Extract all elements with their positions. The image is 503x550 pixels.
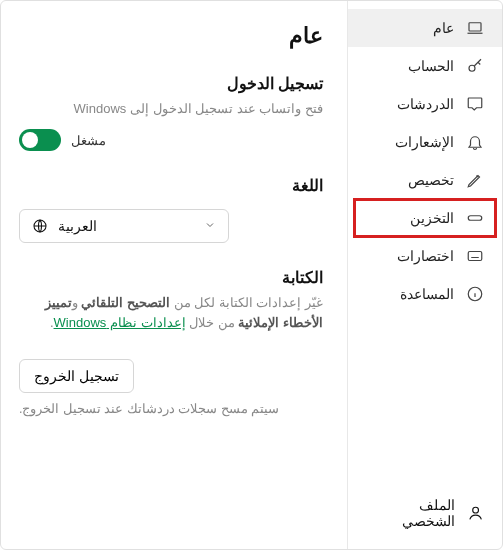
svg-rect-0 <box>469 23 481 31</box>
windows-settings-link[interactable]: إعدادات نظام Windows <box>54 315 186 330</box>
section-login: تسجيل الدخول فتح واتساب عند تسجيل الدخول… <box>19 75 323 151</box>
sidebar-item-help[interactable]: المساعدة <box>348 275 502 313</box>
key-icon <box>466 57 484 75</box>
pencil-icon <box>466 171 484 189</box>
sidebar-item-general[interactable]: عام <box>348 9 502 47</box>
sidebar-item-profile[interactable]: الملف الشخصي <box>348 484 502 541</box>
login-toggle[interactable] <box>19 129 61 151</box>
svg-rect-3 <box>468 252 482 261</box>
settings-main: عام تسجيل الدخول فتح واتساب عند تسجيل ال… <box>1 1 347 549</box>
login-heading: تسجيل الدخول <box>19 75 323 93</box>
chevron-down-icon <box>204 218 216 234</box>
sidebar-item-account[interactable]: الحساب <box>348 47 502 85</box>
typing-desc: غيّر إعدادات الكتابة لكل من التصحيح التل… <box>19 293 323 333</box>
sidebar-item-label: الإشعارات <box>395 134 454 150</box>
globe-icon <box>32 218 48 234</box>
sidebar-item-shortcuts[interactable]: اختصارات <box>348 237 502 275</box>
sidebar-item-label: الحساب <box>408 58 454 74</box>
sidebar-item-personalize[interactable]: تخصيص <box>348 161 502 199</box>
toggle-label: مشغل <box>71 133 106 148</box>
storage-icon <box>466 209 484 227</box>
laptop-icon <box>466 19 484 37</box>
sidebar-items-list: عام الحساب الدردشات الإشعارات <box>348 9 502 484</box>
info-icon <box>466 285 484 303</box>
logout-note: سيتم مسح سجلات دردشاتك عند تسجيل الخروج. <box>19 401 323 416</box>
language-selected: العربية <box>58 218 97 234</box>
bell-icon <box>466 133 484 151</box>
sidebar-item-label: المساعدة <box>400 286 454 302</box>
sidebar-item-label: عام <box>433 20 454 36</box>
login-desc: فتح واتساب عند تسجيل الدخول إلى Windows <box>19 99 323 119</box>
typing-heading: الكتابة <box>19 269 323 287</box>
section-logout: تسجيل الخروج سيتم مسح سجلات دردشاتك عند … <box>19 359 323 416</box>
sidebar-item-label: اختصارات <box>397 248 454 264</box>
sidebar-item-chats[interactable]: الدردشات <box>348 85 502 123</box>
chat-icon <box>466 95 484 113</box>
sidebar-item-notifications[interactable]: الإشعارات <box>348 123 502 161</box>
svg-point-5 <box>473 507 479 513</box>
keyboard-icon <box>466 247 484 265</box>
profile-label: الملف الشخصي <box>366 497 455 529</box>
sidebar-item-label: التخزين <box>410 210 454 226</box>
settings-window: عام الحساب الدردشات الإشعارات <box>0 0 503 550</box>
sidebar-item-label: الدردشات <box>397 96 454 112</box>
settings-sidebar: عام الحساب الدردشات الإشعارات <box>347 1 502 549</box>
page-title: عام <box>19 23 323 49</box>
svg-point-1 <box>469 65 475 71</box>
logout-button[interactable]: تسجيل الخروج <box>19 359 134 393</box>
sidebar-item-storage[interactable]: التخزين <box>354 199 496 237</box>
section-language: اللغة العربية <box>19 177 323 243</box>
profile-icon <box>467 504 484 522</box>
language-dropdown[interactable]: العربية <box>19 209 229 243</box>
login-toggle-row: مشغل <box>19 129 323 151</box>
language-heading: اللغة <box>19 177 323 195</box>
sidebar-item-label: تخصيص <box>408 172 454 188</box>
section-typing: الكتابة غيّر إعدادات الكتابة لكل من التص… <box>19 269 323 333</box>
svg-rect-2 <box>468 216 482 221</box>
